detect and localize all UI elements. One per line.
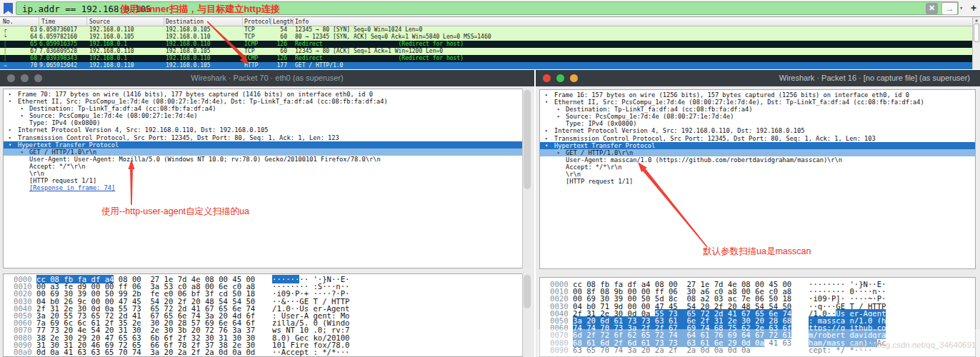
window-close-icon[interactable] [543,74,551,82]
detail-row[interactable]: ▾Hypertext Transfer Protocol [4,141,531,149]
detail-row[interactable]: ▸Source: PcsCompu_1e:7d:4e (08:00:27:1e:… [4,112,531,119]
detail-row[interactable]: ▸Destination: Tp-LinkT_fa:df:a4 (cc:08:f… [540,106,975,113]
expand-icon[interactable]: ▸ [557,106,560,113]
annotation-banner-scan: 使用banner扫描，与目标建立http连接 [120,3,280,16]
column-header-info[interactable]: Info [295,19,309,25]
packet-window-70: Wireshark · Packet 70 · eth0 (as superus… [0,70,534,357]
column-header-source[interactable]: Source [89,19,110,25]
detail-row[interactable]: [HTTP request 1/1] [4,177,531,184]
collapse-icon[interactable]: ▾ [545,99,548,106]
hex-scrollbar[interactable] [522,273,531,357]
expand-icon[interactable]: ▸ [545,91,548,99]
detail-row[interactable]: ▾Hypertext Transfer Protocol [540,142,975,149]
expand-icon[interactable]: ▸ [9,126,11,134]
packet-detail-pane: ▸Frame 16: 157 bytes on wire (1256 bits)… [539,89,976,269]
window-close-icon[interactable] [7,74,15,82]
hex-dump-pane: 0000cc 08 fb fa df a4 08 00 27 1e 7d 4e … [3,273,531,357]
watermark-text: https://blog.csdn.net/qq_34640691 [850,341,976,349]
window-maximize-icon[interactable] [34,74,42,82]
column-header-destination[interactable]: Destination [166,19,204,25]
expand-icon[interactable]: ▸ [21,112,24,119]
window-titlebar[interactable]: Wireshark · Packet 70 · eth0 (as superus… [0,70,534,86]
packet-row[interactable]: ┆677.036809528192.168.0.110192.168.0.105… [0,48,980,55]
detail-scrollbar[interactable] [522,89,531,268]
packet-row[interactable]: ┌636.058736017192.168.0.110192.168.0.105… [0,26,980,34]
window-minimize-icon[interactable] [21,74,29,82]
expand-icon[interactable]: ▸ [557,149,560,156]
detail-row[interactable]: ▸Internet Protocol Version 4, Src: 192.1… [4,126,531,134]
detail-row[interactable]: User-Agent: masscan/1.0 (https://github.… [540,156,975,164]
hex-row[interactable]: 00a00d 0a 41 63 63 65 70 74 3a 20 2a 2f … [4,348,531,356]
detail-row[interactable]: ▸Destination: Tp-LinkT_fa:df:a4 (cc:08:f… [4,105,531,112]
detail-row[interactable]: Accept: */*\r\n [4,163,531,170]
packet-rows: ┌636.058736017192.168.0.110192.168.0.105… [0,26,980,69]
detail-row[interactable]: ▸GET / HTTP/1.0\r\n [540,149,975,156]
detail-row[interactable]: \r\n [4,170,531,177]
add-filter-button[interactable]: + [969,1,979,15]
clear-filter-icon[interactable]: ✕ [926,3,938,14]
expand-icon[interactable]: ▸ [21,105,24,112]
bookmark-icon[interactable] [4,3,13,14]
window-title: Wireshark · Packet 16 · [no capture file… [536,70,980,86]
detail-row[interactable]: ▸Frame 70: 177 bytes on wire (1416 bits)… [4,91,531,98]
window-maximize-icon[interactable] [570,74,578,82]
apply-filter-icon[interactable]: → [941,2,958,15]
packet-row[interactable]: ┆656.059916375192.168.0.1192.168.0.110IC… [0,41,980,48]
detail-row[interactable]: ▸Source: PcsCompu_1e:7d:4e (08:00:27:1e:… [540,113,975,120]
annotation-custom-ua: 使用--http-user-agent自定义扫描的ua [101,206,249,218]
detail-row[interactable]: ▸Frame 16: 157 bytes on wire (1256 bits)… [540,91,975,99]
detail-row[interactable]: Type: IPv4 (0x0800) [540,120,975,127]
window-titlebar[interactable]: Wireshark · Packet 16 · [no capture file… [536,70,980,86]
detail-row[interactable]: Type: IPv4 (0x0800) [4,119,531,126]
expand-icon[interactable]: ▸ [545,127,548,134]
detail-row[interactable]: ▸Transmission Control Protocol, Src Port… [540,135,975,142]
detail-row[interactable]: \r\n [540,171,975,178]
column-header-length[interactable]: Length [273,19,294,25]
packet-row[interactable]: →709.065915042192.168.0.110192.168.0.105… [0,62,980,69]
packet-row[interactable]: └646.059782160192.168.0.105192.168.0.110… [0,34,980,41]
packet-list-header: No. Time Source Destination Protocol Len… [0,17,980,26]
expand-icon[interactable]: ▸ [545,135,548,142]
expand-icon[interactable]: ▸ [9,134,11,141]
collapse-icon[interactable]: ▾ [545,142,548,149]
window-minimize-icon[interactable] [556,74,564,82]
detail-row[interactable]: ▸Internet Protocol Version 4, Src: 192.1… [540,127,975,134]
collapse-icon[interactable]: ▾ [9,141,11,149]
scroll-up-icon[interactable]: ▲ [973,17,980,22]
packet-list-scrollbar[interactable]: ▲ [972,17,980,69]
detail-row[interactable]: ▾Ethernet II, Src: PcsCompu_1e:7d:4e (08… [540,99,975,106]
detail-row[interactable]: ▸GET / HTTP/1.0\r\n [4,149,531,156]
packet-window-16: Wireshark · Packet 16 · [no capture file… [536,70,980,357]
packet-row[interactable]: ┆687.039398343192.168.0.1192.168.0.110IC… [0,55,980,62]
expand-icon[interactable]: ▸ [557,113,560,120]
expand-icon[interactable]: ▸ [9,91,11,98]
detail-row[interactable]: User-Agent: User-Agent: Mozilla/5.0 (Win… [4,156,531,163]
packet-detail-pane: ▸Frame 70: 177 bytes on wire (1416 bits)… [3,89,531,268]
window-title: Wireshark · Packet 70 · eth0 (as superus… [0,70,534,86]
detail-row[interactable]: ▸Transmission Control Protocol, Src Port… [4,134,531,141]
column-header-no[interactable]: No. [3,19,13,25]
collapse-icon[interactable]: ▾ [9,98,11,105]
detail-row[interactable]: Accept: */*\r\n [540,164,975,171]
filter-dropdown-icon[interactable]: ▾ [959,4,966,11]
annotation-default-ua: 默认参数扫描ua是masscan [703,246,811,258]
expand-icon[interactable]: ▸ [21,149,24,156]
packet-list: No. Time Source Destination Protocol Len… [0,17,980,69]
column-header-time[interactable]: Time [41,19,55,25]
scrollbar-thumb[interactable] [974,24,979,42]
detail-row[interactable]: ▾Ethernet II, Src: PcsCompu_1e:7d:4e (08… [4,98,531,105]
detail-row[interactable]: [HTTP request 1/1] [540,178,975,185]
column-header-protocol[interactable]: Protocol [244,19,272,25]
detail-row[interactable]: [Response in frame: 74] [4,184,531,191]
